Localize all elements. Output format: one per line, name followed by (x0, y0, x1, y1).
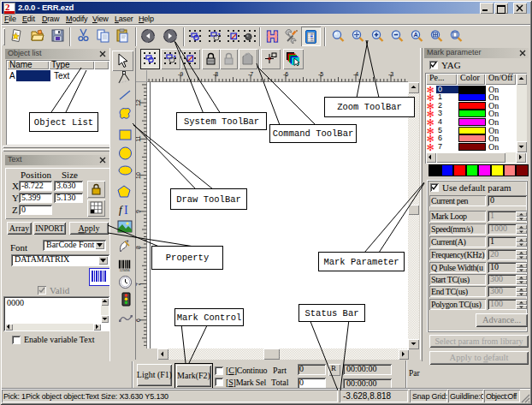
svg-text:-7: -7 (248, 71, 253, 77)
svg-text:-8: -8 (213, 71, 218, 77)
svg-text:7: 7 (136, 283, 141, 286)
svg-text:-4: -4 (353, 71, 358, 77)
svg-text:-3: -3 (388, 71, 393, 77)
svg-text:I: I (124, 204, 128, 217)
svg-text:123456: 123456 (120, 269, 130, 272)
svg-text:A: A (413, 32, 417, 38)
svg-text:-9: -9 (178, 71, 183, 77)
svg-text:9: 9 (136, 210, 141, 213)
svg-text:-6: -6 (283, 71, 288, 77)
svg-text:6: 6 (136, 319, 141, 322)
svg-text:11: 11 (136, 135, 141, 141)
svg-text:-5: -5 (318, 71, 323, 77)
svg-text:10: 10 (136, 172, 141, 179)
svg-text:12: 12 (136, 99, 141, 106)
svg-text:8: 8 (136, 246, 141, 249)
